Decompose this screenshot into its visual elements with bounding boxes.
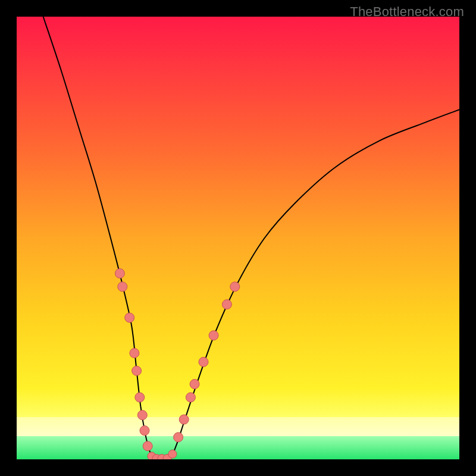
curve-dot [140, 426, 149, 436]
curve-dot [115, 269, 124, 278]
curve-dot [125, 313, 134, 322]
curve-dot [190, 380, 199, 389]
curve-dot [179, 415, 189, 424]
chart-frame: TheBottleneck.com [0, 0, 476, 476]
curve-dot [132, 366, 142, 375]
watermark-text: TheBottleneck.com [350, 4, 464, 20]
curve-dot [143, 441, 152, 451]
curve-dot [199, 357, 208, 367]
curve-dot [186, 393, 195, 402]
curve-dot [130, 348, 139, 358]
curve-layer [17, 17, 459, 459]
curve-markers [115, 269, 239, 460]
curve-dot [222, 300, 231, 309]
curve-dot [230, 282, 240, 292]
bottleneck-curve [43, 17, 459, 459]
curve-dot [209, 331, 218, 340]
curve-dot [168, 450, 177, 458]
plot-area [17, 17, 459, 459]
curve-dot [135, 393, 145, 402]
curve-dot [137, 411, 147, 420]
curve-dot [174, 433, 183, 442]
curve-dot [118, 282, 127, 292]
